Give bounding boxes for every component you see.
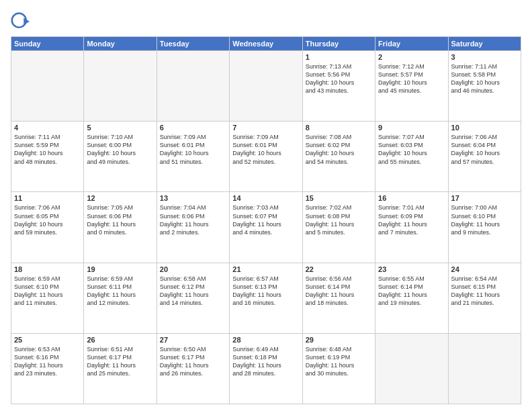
day-number: 5 bbox=[87, 124, 153, 132]
calendar-cell: 10Sunrise: 7:06 AM Sunset: 6:04 PM Dayli… bbox=[448, 122, 521, 192]
header-row: SundayMondayTuesdayWednesdayThursdayFrid… bbox=[11, 37, 521, 51]
calendar-cell: 23Sunrise: 6:55 AM Sunset: 6:14 PM Dayli… bbox=[375, 263, 448, 333]
day-number: 26 bbox=[87, 336, 153, 344]
calendar-cell: 27Sunrise: 6:50 AM Sunset: 6:17 PM Dayli… bbox=[157, 333, 229, 404]
cell-content: Sunrise: 7:11 AM Sunset: 5:59 PM Dayligh… bbox=[14, 133, 81, 166]
cell-content: Sunrise: 6:59 AM Sunset: 6:11 PM Dayligh… bbox=[87, 275, 153, 308]
day-number: 21 bbox=[232, 265, 299, 273]
calendar-cell: 7Sunrise: 7:09 AM Sunset: 6:01 PM Daylig… bbox=[230, 122, 302, 192]
calendar-cell: 25Sunrise: 6:53 AM Sunset: 6:16 PM Dayli… bbox=[11, 333, 84, 404]
calendar-cell: 22Sunrise: 6:56 AM Sunset: 6:14 PM Dayli… bbox=[302, 263, 375, 333]
calendar-cell bbox=[448, 333, 521, 404]
calendar-week-3: 11Sunrise: 7:06 AM Sunset: 6:05 PM Dayli… bbox=[11, 192, 521, 263]
cell-content: Sunrise: 7:09 AM Sunset: 6:01 PM Dayligh… bbox=[160, 133, 226, 166]
header bbox=[11, 9, 521, 31]
day-number: 25 bbox=[14, 336, 81, 344]
day-header-saturday: Saturday bbox=[448, 37, 521, 51]
day-number: 29 bbox=[306, 336, 372, 344]
cell-content: Sunrise: 6:55 AM Sunset: 6:14 PM Dayligh… bbox=[378, 275, 445, 308]
cell-content: Sunrise: 6:56 AM Sunset: 6:14 PM Dayligh… bbox=[306, 275, 372, 308]
day-number: 22 bbox=[306, 265, 372, 273]
day-header-sunday: Sunday bbox=[11, 37, 84, 51]
calendar-cell: 17Sunrise: 7:00 AM Sunset: 6:10 PM Dayli… bbox=[448, 192, 521, 263]
calendar-cell: 14Sunrise: 7:03 AM Sunset: 6:07 PM Dayli… bbox=[230, 192, 302, 263]
day-number: 10 bbox=[451, 124, 518, 132]
logo-icon bbox=[11, 12, 30, 31]
cell-content: Sunrise: 6:48 AM Sunset: 6:19 PM Dayligh… bbox=[306, 345, 372, 378]
day-number: 6 bbox=[160, 124, 226, 132]
calendar-cell: 18Sunrise: 6:59 AM Sunset: 6:10 PM Dayli… bbox=[11, 263, 84, 333]
calendar-cell: 3Sunrise: 7:11 AM Sunset: 5:58 PM Daylig… bbox=[448, 51, 521, 122]
day-number: 8 bbox=[306, 124, 372, 132]
calendar-cell: 5Sunrise: 7:10 AM Sunset: 6:00 PM Daylig… bbox=[84, 122, 157, 192]
day-header-tuesday: Tuesday bbox=[157, 37, 229, 51]
calendar-cell: 13Sunrise: 7:04 AM Sunset: 6:06 PM Dayli… bbox=[157, 192, 229, 263]
day-number: 20 bbox=[160, 265, 226, 273]
calendar-table: SundayMondayTuesdayWednesdayThursdayFrid… bbox=[11, 36, 521, 404]
calendar-cell: 6Sunrise: 7:09 AM Sunset: 6:01 PM Daylig… bbox=[157, 122, 229, 192]
day-number: 16 bbox=[378, 194, 445, 202]
cell-content: Sunrise: 7:12 AM Sunset: 5:57 PM Dayligh… bbox=[378, 62, 445, 95]
day-number: 27 bbox=[160, 336, 226, 344]
calendar-cell: 1Sunrise: 7:13 AM Sunset: 5:56 PM Daylig… bbox=[302, 51, 375, 122]
cell-content: Sunrise: 7:00 AM Sunset: 6:10 PM Dayligh… bbox=[451, 203, 518, 236]
day-number: 15 bbox=[306, 194, 372, 202]
cell-content: Sunrise: 6:50 AM Sunset: 6:17 PM Dayligh… bbox=[160, 345, 226, 378]
logo bbox=[11, 12, 32, 31]
calendar-cell: 24Sunrise: 6:54 AM Sunset: 6:15 PM Dayli… bbox=[448, 263, 521, 333]
calendar-body: 1Sunrise: 7:13 AM Sunset: 5:56 PM Daylig… bbox=[11, 51, 521, 404]
calendar-week-1: 1Sunrise: 7:13 AM Sunset: 5:56 PM Daylig… bbox=[11, 51, 521, 122]
cell-content: Sunrise: 7:11 AM Sunset: 5:58 PM Dayligh… bbox=[451, 62, 518, 95]
calendar-cell bbox=[375, 333, 448, 404]
day-number: 23 bbox=[378, 265, 445, 273]
calendar-cell: 9Sunrise: 7:07 AM Sunset: 6:03 PM Daylig… bbox=[375, 122, 448, 192]
calendar-cell: 8Sunrise: 7:08 AM Sunset: 6:02 PM Daylig… bbox=[302, 122, 375, 192]
calendar-week-2: 4Sunrise: 7:11 AM Sunset: 5:59 PM Daylig… bbox=[11, 122, 521, 192]
calendar-cell: 19Sunrise: 6:59 AM Sunset: 6:11 PM Dayli… bbox=[84, 263, 157, 333]
cell-content: Sunrise: 7:10 AM Sunset: 6:00 PM Dayligh… bbox=[87, 133, 153, 166]
calendar-cell: 2Sunrise: 7:12 AM Sunset: 5:57 PM Daylig… bbox=[375, 51, 448, 122]
calendar-cell: 26Sunrise: 6:51 AM Sunset: 6:17 PM Dayli… bbox=[84, 333, 157, 404]
cell-content: Sunrise: 6:59 AM Sunset: 6:10 PM Dayligh… bbox=[14, 275, 81, 308]
calendar-cell: 12Sunrise: 7:05 AM Sunset: 6:06 PM Dayli… bbox=[84, 192, 157, 263]
day-number: 2 bbox=[378, 53, 445, 61]
calendar-cell: 11Sunrise: 7:06 AM Sunset: 6:05 PM Dayli… bbox=[11, 192, 84, 263]
calendar-cell: 4Sunrise: 7:11 AM Sunset: 5:59 PM Daylig… bbox=[11, 122, 84, 192]
day-number: 28 bbox=[232, 336, 299, 344]
calendar-header: SundayMondayTuesdayWednesdayThursdayFrid… bbox=[11, 37, 521, 51]
calendar-cell bbox=[11, 51, 84, 122]
calendar-cell: 15Sunrise: 7:02 AM Sunset: 6:08 PM Dayli… bbox=[302, 192, 375, 263]
cell-content: Sunrise: 7:08 AM Sunset: 6:02 PM Dayligh… bbox=[306, 133, 372, 166]
calendar-cell: 20Sunrise: 6:58 AM Sunset: 6:12 PM Dayli… bbox=[157, 263, 229, 333]
cell-content: Sunrise: 6:57 AM Sunset: 6:13 PM Dayligh… bbox=[232, 275, 299, 308]
cell-content: Sunrise: 6:51 AM Sunset: 6:17 PM Dayligh… bbox=[87, 345, 153, 378]
calendar-week-4: 18Sunrise: 6:59 AM Sunset: 6:10 PM Dayli… bbox=[11, 263, 521, 333]
day-number: 17 bbox=[451, 194, 518, 202]
calendar-cell: 28Sunrise: 6:49 AM Sunset: 6:18 PM Dayli… bbox=[230, 333, 302, 404]
day-number: 12 bbox=[87, 194, 153, 202]
day-number: 4 bbox=[14, 124, 81, 132]
day-header-wednesday: Wednesday bbox=[230, 37, 302, 51]
calendar-cell: 21Sunrise: 6:57 AM Sunset: 6:13 PM Dayli… bbox=[230, 263, 302, 333]
calendar-cell bbox=[157, 51, 229, 122]
calendar-week-5: 25Sunrise: 6:53 AM Sunset: 6:16 PM Dayli… bbox=[11, 333, 521, 404]
cell-content: Sunrise: 6:54 AM Sunset: 6:15 PM Dayligh… bbox=[451, 275, 518, 308]
day-header-friday: Friday bbox=[375, 37, 448, 51]
day-header-thursday: Thursday bbox=[302, 37, 375, 51]
cell-content: Sunrise: 7:09 AM Sunset: 6:01 PM Dayligh… bbox=[232, 133, 299, 166]
cell-content: Sunrise: 7:07 AM Sunset: 6:03 PM Dayligh… bbox=[378, 133, 445, 166]
day-number: 13 bbox=[160, 194, 226, 202]
day-number: 11 bbox=[14, 194, 81, 202]
calendar-cell: 29Sunrise: 6:48 AM Sunset: 6:19 PM Dayli… bbox=[302, 333, 375, 404]
day-number: 18 bbox=[14, 265, 81, 273]
cell-content: Sunrise: 7:13 AM Sunset: 5:56 PM Dayligh… bbox=[306, 62, 372, 95]
cell-content: Sunrise: 6:53 AM Sunset: 6:16 PM Dayligh… bbox=[14, 345, 81, 378]
cell-content: Sunrise: 7:03 AM Sunset: 6:07 PM Dayligh… bbox=[232, 203, 299, 236]
day-number: 19 bbox=[87, 265, 153, 273]
cell-content: Sunrise: 7:05 AM Sunset: 6:06 PM Dayligh… bbox=[87, 203, 153, 236]
day-number: 24 bbox=[451, 265, 518, 273]
cell-content: Sunrise: 7:04 AM Sunset: 6:06 PM Dayligh… bbox=[160, 203, 226, 236]
cell-content: Sunrise: 6:49 AM Sunset: 6:18 PM Dayligh… bbox=[232, 345, 299, 378]
calendar-cell bbox=[84, 51, 157, 122]
day-number: 7 bbox=[232, 124, 299, 132]
